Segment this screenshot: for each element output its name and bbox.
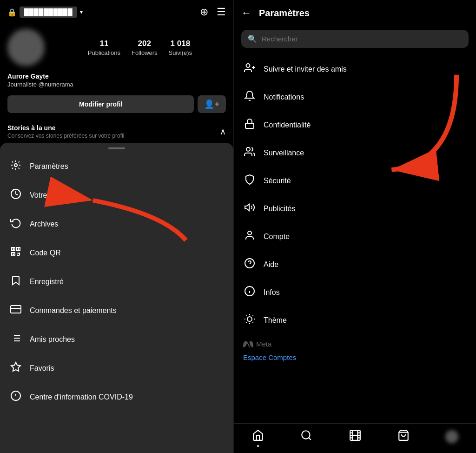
stories-section: Stories à la une Conservez vos stories p…	[0, 120, 233, 143]
menu-label-archives: Archives	[30, 220, 58, 228]
following-count: 1 018	[171, 39, 191, 48]
bottom-sheet-menu: Paramètres Votre activité Archives	[0, 143, 233, 453]
add-friend-button[interactable]: 👤+	[198, 95, 226, 113]
svg-rect-5	[13, 248, 14, 250]
menu-button[interactable]: ☰	[217, 6, 226, 18]
menu-label-parametres: Paramètres	[30, 162, 68, 171]
back-button[interactable]: ←	[241, 7, 251, 19]
menu-item-favoris[interactable]: Favoris	[0, 354, 233, 383]
followers-count: 202	[138, 39, 151, 48]
stat-publications[interactable]: 11 Publications	[88, 39, 120, 56]
following-label: Suivi(e)s	[169, 49, 192, 56]
settings-label-compte: Compte	[264, 233, 290, 241]
theme-icon	[243, 313, 256, 327]
profile-info: Aurore Gayte Journaliste @numerama	[0, 73, 233, 93]
menu-item-amis-proches[interactable]: Amis proches	[0, 325, 233, 354]
publications-label: Publications	[88, 49, 120, 56]
menu-item-enregistre[interactable]: Enregistré	[0, 267, 233, 296]
username-display[interactable]: ██████████	[20, 7, 77, 18]
settings-item-confidentialite[interactable]: Confidentialité	[234, 111, 476, 139]
search-box: 🔍	[241, 30, 469, 48]
menu-item-activite[interactable]: Votre activité	[0, 181, 233, 210]
profile-section: 11 Publications 202 Followers 1 018 Suiv…	[0, 24, 233, 73]
stat-following[interactable]: 1 018 Suivi(e)s	[169, 39, 192, 56]
svg-point-26	[246, 64, 250, 67]
followers-label: Followers	[132, 49, 158, 56]
search-icon: 🔍	[248, 34, 257, 43]
settings-title: Paramètres	[259, 8, 310, 19]
chevron-down-icon[interactable]: ▾	[80, 9, 83, 15]
nav-search[interactable]	[282, 429, 331, 444]
add-post-button[interactable]: ⊕	[200, 6, 208, 18]
left-panel: 🔒 ██████████ ▾ ⊕ ☰ 11 Publications 202 F…	[0, 0, 233, 453]
covid-icon	[9, 390, 22, 404]
nav-profile-avatar	[445, 430, 458, 443]
svg-point-0	[14, 164, 17, 167]
privacy-lock-icon	[243, 118, 256, 132]
menu-label-covid: Centre d'information COVID-19	[30, 393, 133, 401]
star-icon	[9, 361, 22, 375]
left-header: 🔒 ██████████ ▾ ⊕ ☰	[0, 0, 233, 24]
settings-item-suivre[interactable]: Suivre et inviter des amis	[234, 55, 476, 83]
profile-actions: Modifier profil 👤+	[0, 93, 233, 120]
espace-comptes-link[interactable]: Espace Comptes	[234, 350, 476, 369]
bell-icon	[243, 90, 256, 104]
settings-label-suivre: Suivre et inviter des amis	[264, 65, 347, 73]
nav-profile[interactable]	[428, 430, 476, 443]
settings-item-surveillance[interactable]: Surveillance	[234, 139, 476, 167]
settings-item-notifications[interactable]: Notifications	[234, 83, 476, 111]
surveillance-icon	[243, 146, 256, 160]
svg-point-38	[247, 317, 252, 321]
shop-icon	[397, 429, 410, 444]
bookmark-icon	[9, 275, 22, 289]
reels-icon	[349, 429, 361, 444]
meta-label: Meta	[256, 340, 271, 348]
settings-label-securite: Sécurité	[264, 177, 291, 185]
nav-reels[interactable]	[331, 429, 379, 444]
settings-item-securite[interactable]: Sécurité	[234, 167, 476, 195]
svg-rect-7	[13, 253, 14, 255]
svg-point-32	[248, 231, 251, 235]
menu-label-activite: Votre activité	[30, 191, 73, 200]
nav-home[interactable]	[234, 429, 282, 444]
search-input[interactable]	[262, 35, 462, 43]
svg-line-40	[309, 438, 311, 440]
info-icon	[243, 286, 256, 300]
follow-icon	[243, 62, 256, 76]
nav-shop[interactable]	[379, 429, 428, 444]
settings-item-compte[interactable]: Compte	[234, 223, 476, 251]
avatar[interactable]	[7, 29, 45, 66]
settings-item-theme[interactable]: Thème	[234, 306, 476, 334]
ads-icon	[243, 202, 256, 216]
stories-collapse-icon[interactable]: ∧	[220, 127, 226, 137]
payment-icon	[9, 304, 22, 318]
profile-bio: Journaliste @numerama	[7, 81, 226, 88]
settings-item-aide[interactable]: Aide	[234, 251, 476, 279]
account-icon	[243, 230, 256, 244]
header-left: 🔒 ██████████ ▾	[7, 7, 83, 18]
bottom-nav	[234, 423, 476, 453]
menu-item-covid[interactable]: Centre d'information COVID-19	[0, 383, 233, 412]
stories-title: Stories à la une	[7, 124, 124, 132]
publications-count: 11	[99, 39, 108, 48]
settings-item-infos[interactable]: Infos	[234, 279, 476, 306]
menu-label-favoris: Favoris	[30, 364, 54, 373]
edit-profile-button[interactable]: Modifier profil	[7, 95, 194, 113]
right-panel: ← Paramètres 🔍 Suivre et inviter des ami…	[233, 0, 476, 453]
svg-rect-6	[18, 248, 19, 250]
settings-icon	[9, 160, 22, 173]
svg-marker-21	[11, 362, 20, 371]
settings-label-infos: Infos	[264, 288, 280, 297]
stat-followers[interactable]: 202 Followers	[132, 39, 158, 56]
archives-icon	[9, 217, 22, 231]
settings-label-confidentialite: Confidentialité	[264, 121, 311, 129]
menu-item-archives[interactable]: Archives	[0, 210, 233, 239]
sheet-handle	[108, 147, 125, 149]
settings-label-publicites: Publicités	[264, 205, 295, 213]
menu-item-code-qr[interactable]: Code QR	[0, 239, 233, 267]
menu-label-enregistre: Enregistré	[30, 278, 64, 286]
menu-item-parametres[interactable]: Paramètres	[0, 152, 233, 181]
settings-item-publicites[interactable]: Publicités	[234, 195, 476, 223]
menu-item-commandes[interactable]: Commandes et paiements	[0, 296, 233, 325]
svg-marker-31	[245, 204, 249, 211]
